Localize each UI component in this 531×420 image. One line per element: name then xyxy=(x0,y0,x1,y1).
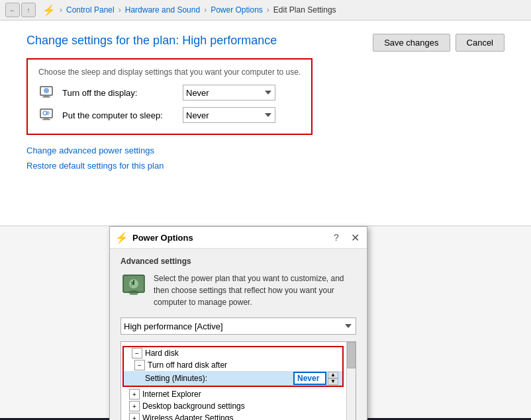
breadcrumb-sep-2: › xyxy=(204,5,207,15)
sleep-icon xyxy=(38,107,54,123)
plan-select[interactable]: High performance [Active] Balanced Power… xyxy=(121,317,356,335)
sleep-select[interactable]: Never 1 minute 5 minutes 10 minutes 15 m… xyxy=(183,107,275,123)
settings-box: Choose the sleep and display settings th… xyxy=(26,58,313,135)
dialog-info: Select the power plan that you want to c… xyxy=(121,273,356,308)
svg-rect-2 xyxy=(42,97,50,98)
svg-point-3 xyxy=(44,88,49,93)
action-bar: Save changes Cancel xyxy=(373,34,505,52)
breadcrumb-sep-3: › xyxy=(267,5,269,15)
svg-rect-12 xyxy=(130,292,138,295)
nav-arrows: ← ↑ xyxy=(5,3,36,17)
dialog-section-label: Advanced settings xyxy=(121,257,356,266)
dialog-body: Advanced settings Select the power plan … xyxy=(110,249,367,420)
tree-scrollbar[interactable] xyxy=(346,342,356,420)
breadcrumb-icon: ⚡ xyxy=(42,4,56,17)
dialog-title-icon: ⚡ xyxy=(115,231,128,244)
breadcrumb-control-panel[interactable]: Control Panel xyxy=(66,5,115,15)
tree-item-hard-disk[interactable]: − Hard disk xyxy=(124,347,342,359)
breadcrumb-sep-1: › xyxy=(119,5,121,15)
turn-off-hd-label: Turn off hard disk after xyxy=(148,360,338,370)
dialog-close-button[interactable]: ✕ xyxy=(348,231,362,244)
restore-defaults-link[interactable]: Restore default settings for this plan xyxy=(26,161,164,171)
desktop-bg-label: Desktop background settings xyxy=(142,401,352,411)
hard-disk-expand[interactable]: − xyxy=(132,348,142,358)
spinner-down-button[interactable]: ▼ xyxy=(328,378,338,385)
tree-scroll-thumb[interactable] xyxy=(347,342,356,368)
navigation-bar: ← ↑ ⚡ › Control Panel › Hardware and Sou… xyxy=(0,0,531,21)
tree-item-internet-explorer[interactable]: + Internet Explorer xyxy=(121,388,356,400)
dialog-info-text: Select the power plan that you want to c… xyxy=(154,273,356,308)
bottom-section: ⚡ Power Options ? ✕ Advanced settings xyxy=(0,226,531,420)
setting-minutes-label: Setting (Minutes): xyxy=(145,374,293,383)
settings-hint: Choose the sleep and display settings th… xyxy=(38,67,301,77)
breadcrumb-power-options[interactable]: Power Options xyxy=(211,5,263,15)
dialog-title-right: ? ✕ xyxy=(330,231,362,244)
turn-off-hd-expand[interactable]: − xyxy=(134,360,145,370)
cancel-button[interactable]: Cancel xyxy=(456,34,505,52)
advanced-settings-link-row: Change advanced power settings xyxy=(26,146,505,155)
main-content: Change settings for the plan: High perfo… xyxy=(0,21,531,226)
dialog-help-button[interactable]: ? xyxy=(330,231,343,244)
desktop-bg-expand[interactable]: + xyxy=(129,401,140,411)
spinner-input[interactable] xyxy=(293,372,326,385)
restore-defaults-link-row: Restore default settings for this plan xyxy=(26,161,505,171)
power-options-dialog: ⚡ Power Options ? ✕ Advanced settings xyxy=(109,226,367,420)
spinner-wrapper: ▲ ▼ xyxy=(293,372,338,385)
display-label: Turn off the display: xyxy=(62,88,175,98)
dialog-power-icon xyxy=(121,273,147,299)
back-button[interactable]: ← xyxy=(5,3,20,17)
hard-disk-label: Hard disk xyxy=(145,349,338,358)
sleep-setting-row: Put the computer to sleep: Never 1 minut… xyxy=(38,107,301,123)
tree-container: − Hard disk − Turn off hard disk after S… xyxy=(121,341,356,420)
dialog-titlebar: ⚡ Power Options ? ✕ xyxy=(110,227,367,249)
svg-rect-6 xyxy=(42,119,50,120)
tree-item-desktop-bg[interactable]: + Desktop background settings xyxy=(121,400,356,412)
svg-point-8 xyxy=(46,111,50,115)
display-icon xyxy=(38,85,54,101)
spinner-buttons: ▲ ▼ xyxy=(328,372,338,385)
monitor-icon xyxy=(39,85,54,100)
tree-item-turn-off-hd[interactable]: − Turn off hard disk after xyxy=(124,359,342,371)
display-select[interactable]: Never 1 minute 5 minutes 10 minutes 15 m… xyxy=(183,85,275,101)
breadcrumb-sep-0: › xyxy=(60,5,62,15)
sleep-monitor-icon xyxy=(39,108,54,122)
dialog-title-text: Power Options xyxy=(132,233,193,243)
sleep-label: Put the computer to sleep: xyxy=(62,110,175,120)
wireless-expand[interactable]: + xyxy=(129,413,140,420)
plan-select-wrapper: High performance [Active] Balanced Power… xyxy=(121,317,356,335)
advanced-settings-link[interactable]: Change advanced power settings xyxy=(26,146,154,155)
internet-explorer-label: Internet Explorer xyxy=(142,390,352,399)
breadcrumb-hardware-sound[interactable]: Hardware and Sound xyxy=(125,5,200,15)
tree-red-highlight: − Hard disk − Turn off hard disk after S… xyxy=(122,346,344,387)
tree-item-wireless[interactable]: + Wireless Adapter Settings xyxy=(121,412,356,420)
wireless-label: Wireless Adapter Settings xyxy=(142,413,352,420)
internet-explorer-expand[interactable]: + xyxy=(129,389,140,399)
spinner-up-button[interactable]: ▲ xyxy=(328,372,338,378)
tree-item-setting-minutes[interactable]: Setting (Minutes): ▲ ▼ xyxy=(124,371,342,386)
save-changes-button[interactable]: Save changes xyxy=(373,34,450,52)
display-setting-row: Turn off the display: Never 1 minute 5 m… xyxy=(38,85,301,101)
tree-inner: − Hard disk − Turn off hard disk after S… xyxy=(121,342,356,420)
dialog-title-left: ⚡ Power Options xyxy=(115,231,193,244)
svg-rect-5 xyxy=(44,118,49,119)
up-button[interactable]: ↑ xyxy=(21,3,36,17)
svg-rect-1 xyxy=(44,95,49,97)
breadcrumb-current: Edit Plan Settings xyxy=(273,5,336,15)
